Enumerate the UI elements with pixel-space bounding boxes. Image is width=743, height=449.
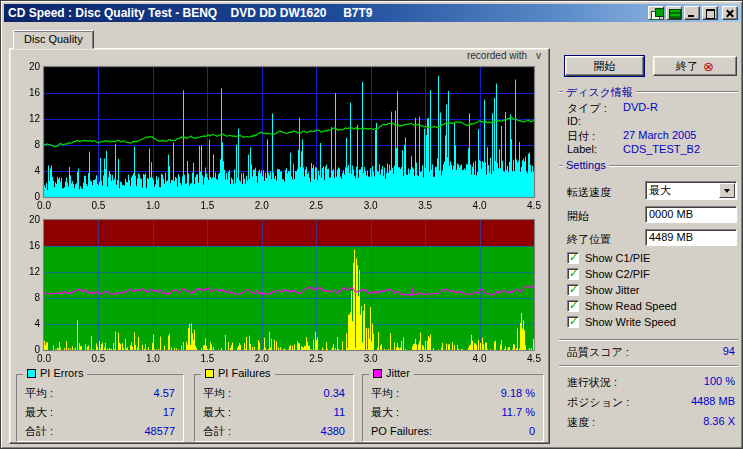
pi-failures-stats: PI Failures 平均 :0.34 最大 :11 合計 :4380	[194, 374, 354, 442]
disc-info-header: ディスク情報	[563, 85, 636, 100]
jitter-stats: Jitter 平均 :9.18 % 最大 :11.7 % PO Failures…	[362, 374, 544, 442]
stat-value: 17	[163, 403, 175, 422]
disc-type-value: DVD-R	[623, 101, 658, 113]
stat-label: 平均 :	[203, 384, 231, 403]
titlebar-buttons	[646, 6, 738, 20]
disc-date-label: 日付 :	[567, 129, 595, 144]
stat-label: 最大 :	[203, 403, 231, 422]
checkbox-box[interactable]	[567, 268, 579, 280]
disc-quality-pane: recorded with v PI Errors 平均 :4.57 最大 :1…	[9, 48, 550, 444]
stat-value: 11.7 %	[502, 403, 535, 422]
checkbox-label: Show C2/PIF	[585, 268, 650, 280]
checkbox-box[interactable]	[567, 300, 579, 312]
checkbox-show-jitter[interactable]: Show Jitter	[567, 283, 639, 296]
progress-label: 進行状況 :	[567, 375, 617, 390]
checkbox-show-c2-pif[interactable]: Show C2/PIF	[567, 267, 650, 280]
jitter-swatch	[373, 369, 382, 378]
recorded-with-note: recorded with	[467, 50, 527, 61]
pi-failures-legend: PI Failures	[201, 367, 275, 379]
checkbox-show-read-speed[interactable]: Show Read Speed	[567, 299, 677, 312]
close-button[interactable]	[722, 6, 738, 20]
speed-value: 8.36 X	[703, 415, 735, 430]
settings-header: Settings	[563, 159, 609, 171]
disc-date-value: 27 March 2005	[623, 129, 696, 141]
quality-divider	[559, 339, 738, 341]
disc-type-label: タイプ :	[567, 101, 607, 116]
stat-value: 9.18 %	[501, 384, 535, 403]
checkbox-show-write-speed[interactable]: Show Write Speed	[567, 315, 676, 328]
speed-row: 速度 : 8.36 X	[567, 415, 735, 430]
exit-button[interactable]: 終了	[653, 56, 737, 76]
chevron-down-icon[interactable]	[719, 183, 735, 198]
stat-label: 合計 :	[203, 422, 231, 441]
pi-errors-swatch	[27, 369, 36, 378]
jitter-legend-label: Jitter	[386, 367, 410, 379]
position-row: ポジション : 4488 MB	[567, 395, 735, 410]
speed-label: 速度 :	[567, 415, 595, 430]
end-position-field[interactable]: 4489 MB	[645, 229, 737, 246]
pi-errors-legend: PI Errors	[23, 367, 87, 379]
position-label: ポジション :	[567, 395, 629, 410]
pi-errors-legend-label: PI Errors	[40, 367, 83, 379]
disc-label-label: Label:	[567, 143, 597, 155]
quality-score-row: 品質スコア : 94	[567, 345, 735, 360]
progress-divider	[559, 365, 738, 367]
disc-id-label: ID:	[567, 115, 581, 127]
stat-value: 0.34	[324, 384, 345, 403]
stat-label: 平均 :	[25, 384, 53, 403]
checkbox-label: Show C1/PIE	[585, 252, 650, 264]
stat-value: 48577	[144, 422, 175, 441]
stat-label: 合計 :	[25, 422, 53, 441]
stat-label: 最大 :	[25, 403, 53, 422]
green-pages-icon[interactable]	[648, 6, 664, 20]
start-button-label: 開始	[594, 59, 616, 74]
stat-value: 11	[334, 403, 345, 422]
transfer-speed-label: 転送速度	[567, 185, 611, 200]
checkbox-show-c1-pie[interactable]: Show C1/PIE	[567, 251, 650, 264]
stat-label: 最大 :	[371, 403, 399, 422]
disc-label-value: CDS_TEST_B2	[623, 143, 700, 155]
exit-button-label: 終了	[676, 59, 698, 74]
pi-failures-legend-label: PI Failures	[218, 367, 271, 379]
checkbox-label: Show Jitter	[585, 284, 639, 296]
maximize-button[interactable]	[702, 6, 718, 20]
pi-errors-stats: PI Errors 平均 :4.57 最大 :17 合計 :48577	[16, 374, 184, 442]
stat-value: 0	[529, 422, 535, 441]
recorded-with-suffix: v	[536, 50, 541, 61]
stat-value: 4380	[321, 422, 345, 441]
progress-value: 100 %	[704, 375, 735, 390]
stat-label: 平均 :	[371, 384, 399, 403]
progress-row: 進行状況 : 100 %	[567, 375, 735, 390]
quality-score-value: 94	[723, 345, 735, 360]
window-title: CD Speed : Disc Quality Test - BENQ DVD …	[8, 6, 373, 20]
end-position-label: 終了位置	[567, 232, 611, 247]
pi-errors-chart	[18, 62, 542, 212]
stat-value: 4.57	[154, 384, 175, 403]
pi-failures-swatch	[205, 369, 214, 378]
checkbox-label: Show Read Speed	[585, 300, 677, 312]
app-window: CD Speed : Disc Quality Test - BENQ DVD …	[0, 0, 743, 449]
titlebar[interactable]: CD Speed : Disc Quality Test - BENQ DVD …	[4, 4, 741, 22]
start-button[interactable]: 開始	[565, 56, 644, 76]
checkbox-box[interactable]	[567, 316, 579, 328]
green-grid-icon[interactable]	[666, 6, 682, 20]
quality-score-label: 品質スコア :	[567, 345, 629, 360]
start-position-field[interactable]: 0000 MB	[645, 206, 737, 223]
minimize-button[interactable]	[684, 6, 700, 20]
stat-label: PO Failures:	[371, 422, 432, 441]
position-value: 4488 MB	[691, 395, 735, 410]
tab-disc-quality[interactable]: Disc Quality	[13, 30, 94, 49]
pi-failures-jitter-chart	[18, 215, 542, 365]
transfer-speed-value: 最大	[646, 183, 719, 198]
transfer-speed-select[interactable]: 最大	[645, 181, 737, 200]
checkbox-label: Show Write Speed	[585, 316, 676, 328]
jitter-legend: Jitter	[369, 367, 414, 379]
checkbox-box[interactable]	[567, 284, 579, 296]
exit-icon	[703, 60, 714, 73]
start-position-label: 開始	[567, 209, 589, 224]
checkbox-box[interactable]	[567, 252, 579, 264]
tab-label: Disc Quality	[24, 33, 83, 45]
